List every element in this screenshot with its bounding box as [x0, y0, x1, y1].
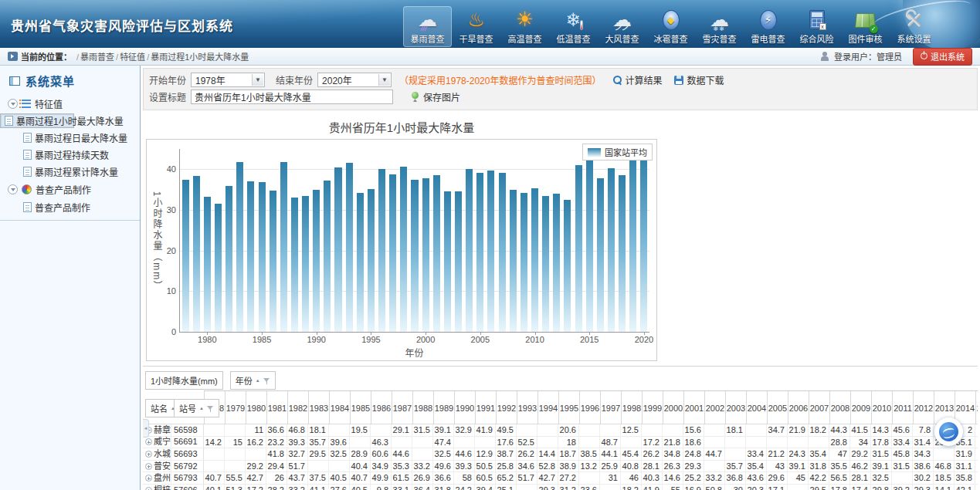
year-column-header[interactable]: 2000: [663, 391, 683, 424]
value-cell-1979: [225, 461, 246, 472]
nav-item-低温普查[interactable]: ❄低温普查: [549, 6, 598, 47]
nav-item-综合风险[interactable]: x综合风险: [792, 6, 841, 47]
year-column-header[interactable]: 2010: [871, 391, 892, 424]
value-cell-2009: 46.2: [850, 461, 871, 472]
value-cell-2000: 34.8: [663, 448, 683, 460]
value-cell-2005: [767, 437, 788, 448]
breadcrumb-link[interactable]: 暴雨普查: [80, 52, 114, 62]
value-cell-1989: 32.5: [433, 448, 454, 460]
year-column-header[interactable]: 1994: [537, 391, 558, 424]
sidebar-item-暴雨过程日最大降水量[interactable]: 暴雨过程日最大降水量: [0, 130, 140, 146]
year-column-header[interactable]: 2008: [829, 391, 850, 424]
value-cell-2011: 33.4: [892, 437, 913, 448]
power-icon: [921, 52, 927, 59]
year-column-header[interactable]: 1987: [392, 391, 412, 424]
nav-item-暴雨普查[interactable]: ☁///暴雨普查: [403, 6, 452, 47]
data-download-button[interactable]: 数据下载: [674, 73, 724, 86]
expand-row-icon[interactable]: [145, 475, 152, 482]
expand-row-icon[interactable]: [145, 487, 152, 490]
helper-logo-icon: [939, 422, 958, 441]
chart-legend[interactable]: 国家站平均: [582, 144, 653, 161]
year-column-header[interactable]: 1992: [496, 391, 517, 424]
year-column-header[interactable]: 2004: [746, 391, 767, 424]
save-image-button[interactable]: 保存图片: [410, 90, 460, 103]
nav-item-大风普查[interactable]: ☁ノノ大风普查: [598, 6, 646, 47]
sidebar-group-特征值[interactable]: 特征值: [0, 95, 140, 113]
bar-2010: [531, 188, 538, 332]
floating-helper-button[interactable]: [934, 417, 963, 446]
year-column-header[interactable]: 1991: [475, 391, 496, 424]
start-year-select[interactable]: 1978年 ▼: [191, 73, 265, 87]
year-column-header[interactable]: 2014: [955, 391, 975, 424]
year-column-header[interactable]: 1985: [350, 391, 371, 424]
value-cell-1996: [579, 424, 600, 436]
value-cell-1986: 60.6: [371, 448, 392, 460]
nav-item-冰雹普查[interactable]: ◆冰雹普查: [646, 6, 695, 47]
year-column-header[interactable]: 1980: [246, 391, 266, 424]
sidebar-item-暴雨过程持续天数[interactable]: 暴雨过程持续天数: [0, 147, 140, 163]
value-cell-2003: [725, 437, 746, 448]
collapse-circle-icon[interactable]: [8, 184, 18, 194]
nav-item-雷电普查[interactable]: ⚡雷电普查: [744, 6, 792, 47]
calculate-button[interactable]: 计算结果: [613, 73, 662, 86]
year-column-header[interactable]: 1984: [329, 391, 350, 424]
year-column-header[interactable]: 2001: [683, 391, 704, 424]
hail-icon: ◆: [646, 8, 695, 32]
nav-item-系统设置[interactable]: 系统设置: [890, 6, 938, 47]
end-year-select[interactable]: 2020年 ▼: [317, 73, 392, 87]
table-collapse-handle[interactable]: ◂: [143, 419, 149, 438]
chart-title-input[interactable]: [191, 90, 393, 104]
breadcrumb-link[interactable]: 特征值: [120, 52, 145, 62]
year-column-header[interactable]: 1995: [558, 391, 579, 424]
year-column-header[interactable]: 2002: [704, 391, 725, 424]
year-column-header[interactable]: 1997: [600, 391, 621, 424]
value-cell-2010: 17.8: [871, 437, 892, 448]
year-column-header[interactable]: 1986: [371, 391, 392, 424]
sidebar-item-暴雨过程累计降水量[interactable]: 暴雨过程累计降水量: [0, 164, 140, 180]
year-column-header[interactable]: 2005: [767, 391, 788, 424]
year-sort-chip[interactable]: 年份 ▲: [230, 371, 276, 390]
nav-item-干旱普查[interactable]: ♨干旱普查: [452, 6, 500, 47]
collapse-circle-icon[interactable]: [8, 99, 18, 109]
year-column-header[interactable]: 2006: [788, 391, 809, 424]
x-axis-tick-label: 1985: [253, 335, 271, 344]
expand-row-icon[interactable]: [145, 438, 152, 445]
nav-item-图件审核[interactable]: ✓图件审核: [841, 6, 890, 47]
year-column-header[interactable]: 2009: [850, 391, 871, 424]
year-column-header[interactable]: 1983: [308, 391, 329, 424]
value-cell-1978: [204, 424, 225, 436]
sidebar-group-普查产品制作[interactable]: 普查产品制作: [0, 181, 140, 198]
table-row-盘州: 盘州5679340.755.542.72643.737.540.540.749.…: [143, 472, 978, 485]
nav-item-高温普查[interactable]: ☀高温普查: [500, 6, 549, 47]
year-column-header[interactable]: 1998: [621, 391, 642, 424]
year-column-header[interactable]: 1981: [266, 391, 287, 424]
year-column-header[interactable]: 2007: [809, 391, 829, 424]
year-column-header[interactable]: 1996: [579, 391, 600, 424]
value-cell-1992: 38.7: [496, 448, 517, 460]
year-column-header[interactable]: 1999: [642, 391, 663, 424]
year-column-header[interactable]: 1989: [433, 391, 454, 424]
year-column-header[interactable]: 1979: [225, 391, 246, 424]
year-column-header[interactable]: 2015: [975, 391, 978, 424]
logout-button[interactable]: 退出系统: [913, 48, 972, 66]
value-cell-2008: 28.8: [829, 437, 850, 448]
start-year-label: 开始年份: [149, 73, 186, 86]
bar-1988: [291, 198, 298, 332]
year-column-header[interactable]: 1988: [412, 391, 433, 424]
year-column-header[interactable]: 2011: [892, 391, 913, 424]
year-column-header[interactable]: 1990: [454, 391, 475, 424]
station-id-cell: 57606: [171, 485, 204, 490]
year-column-header[interactable]: 1982: [287, 391, 308, 424]
year-column-header[interactable]: 1993: [517, 391, 537, 424]
year-column-header[interactable]: 2012: [913, 391, 934, 424]
station-name: 桐梓: [154, 485, 171, 490]
breadcrumb-link[interactable]: 暴雨过程1小时最大降水量: [151, 52, 249, 62]
expand-row-icon[interactable]: [145, 463, 152, 470]
sidebar-item-暴雨过程1小时最大降水量[interactable]: 暴雨过程1小时最大降水量: [0, 113, 74, 128]
nav-item-雪灾普查[interactable]: ☁❄❄雪灾普查: [695, 6, 744, 47]
station-id-header[interactable]: 站号 ▲: [174, 399, 219, 417]
year-column-header[interactable]: 2003: [725, 391, 746, 424]
expand-row-icon[interactable]: [145, 451, 152, 458]
sidebar-item-普查产品制作[interactable]: 普查产品制作: [0, 199, 140, 215]
value-cell-1995: 20.6: [558, 424, 579, 436]
